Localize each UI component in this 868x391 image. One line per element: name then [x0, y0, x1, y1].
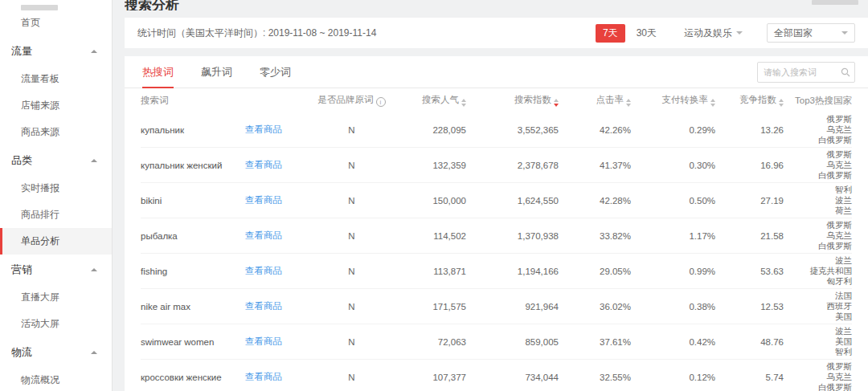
country-label: 荷兰 — [784, 206, 852, 216]
sidebar-section-label: 营销 — [11, 255, 32, 284]
table-row: купальник查看商品N228,0953,552,36542.26%0.29… — [141, 112, 852, 147]
top3-countries: 俄罗斯乌克兰白俄罗斯 — [784, 114, 852, 145]
table-row: кроссовки женские查看商品N107,377734,04432.5… — [141, 359, 852, 391]
sidebar-item[interactable]: 商品来源 — [0, 119, 112, 145]
table-header-row: 搜索词 是否品牌原词i 搜索人气 搜索指数 点击率 支付转换率 — [141, 88, 852, 112]
search-index-value: 921,964 — [466, 302, 559, 312]
view-products-link[interactable]: 查看商品 — [245, 230, 282, 240]
competition-value: 13.26 — [715, 125, 784, 135]
country-label: 乌克兰 — [784, 124, 852, 135]
view-products-link[interactable]: 查看商品 — [245, 301, 282, 311]
country-label: 法国 — [784, 291, 852, 301]
brand-original-flag: N — [313, 337, 390, 347]
country-label: 波兰 — [784, 326, 852, 336]
view-products-link[interactable]: 查看商品 — [245, 266, 282, 275]
top3-countries: 俄罗斯乌克兰白俄罗斯 — [784, 149, 852, 181]
search-popularity-value: 171,575 — [390, 302, 466, 312]
ctr-value: 37.61% — [559, 337, 631, 347]
column-header-cvr[interactable]: 支付转换率 — [631, 94, 715, 107]
range-7d-button[interactable]: 7天 — [596, 24, 625, 43]
sidebar-item[interactable]: 物流概况 — [0, 367, 112, 391]
top3-countries: 波兰美国智利 — [784, 326, 852, 357]
sidebar-item[interactable]: 店铺来源 — [0, 92, 112, 119]
category-dropdown[interactable]: 运动及娱乐 — [684, 26, 743, 40]
column-header-index[interactable]: 搜索指数 — [466, 94, 559, 107]
cvr-value: 0.29% — [631, 125, 715, 135]
sidebar-section-header[interactable]: 品类 — [0, 145, 112, 175]
sidebar-item[interactable]: 直播大屏 — [0, 284, 112, 311]
search-index-value: 859,005 — [466, 337, 559, 347]
table-row: купальник женский查看商品N132,3592,378,67841… — [141, 147, 852, 182]
competition-value: 16.96 — [715, 161, 784, 170]
cvr-value: 0.42% — [631, 337, 715, 347]
sidebar-section-header[interactable]: 营销 — [0, 255, 112, 284]
sidebar-section-header[interactable]: 物流 — [0, 337, 112, 367]
app-window: 首页 流量流量看板店铺来源商品来源品类实时播报商品排行单品分析营销直播大屏活动大… — [0, 0, 868, 391]
sidebar-item[interactable]: 商品排行 — [0, 202, 112, 228]
search-term: купальник женский — [141, 161, 245, 170]
cvr-value: 0.12% — [631, 373, 715, 382]
keyword-search-box — [757, 62, 855, 83]
country-label: 美国 — [784, 312, 852, 322]
tab-hot-keywords[interactable]: 热搜词 — [142, 56, 174, 88]
collapse-caret-icon — [91, 268, 97, 271]
competition-value: 27.19 — [715, 196, 784, 206]
search-popularity-value: 114,502 — [390, 231, 466, 241]
search-icon — [841, 67, 850, 77]
country-dropdown[interactable]: 全部国家 — [767, 23, 855, 43]
ctr-value: 29.05% — [559, 267, 631, 276]
search-index-value: 2,378,678 — [466, 161, 559, 170]
top-right-link-clipped[interactable] — [812, 0, 858, 5]
tab-rising-keywords[interactable]: 飙升词 — [201, 56, 232, 88]
sidebar-item[interactable]: 流量看板 — [0, 66, 112, 92]
country-label: 白俄罗斯 — [784, 170, 852, 181]
table-body: купальник查看商品N228,0953,552,36542.26%0.29… — [141, 112, 852, 391]
brand-original-flag: N — [313, 196, 390, 206]
range-30d-button[interactable]: 30天 — [637, 26, 657, 40]
view-products-link[interactable]: 查看商品 — [245, 124, 282, 134]
tab-bar: 热搜词 飙升词 零少词 — [125, 56, 868, 88]
view-products-link[interactable]: 查看商品 — [245, 160, 282, 169]
filter-controls: 7天 30天 运动及娱乐 全部国家 — [596, 23, 855, 43]
table-row: fishing查看商品N113,8711,194,16629.05%0.99%5… — [141, 253, 852, 288]
competition-value: 53.63 — [715, 267, 784, 276]
sidebar-item-clipped[interactable] — [21, 2, 112, 10]
stat-time-label: 统计时间（美国太平洋时间）: 2019-11-08 ~ 2019-11-14 — [137, 26, 376, 40]
country-label: 乌克兰 — [784, 372, 852, 382]
sidebar-item[interactable]: 单品分析 — [0, 228, 112, 255]
column-header-ctr[interactable]: 点击率 — [559, 94, 631, 107]
view-products-link[interactable]: 查看商品 — [245, 336, 282, 346]
column-header-competition[interactable]: 竞争指数 — [715, 94, 784, 107]
sidebar-item-home[interactable]: 首页 — [0, 10, 112, 36]
keywords-panel: 热搜词 飙升词 零少词 搜索词 是否品牌原词i — [125, 56, 868, 391]
search-term: nike air max — [141, 302, 245, 312]
sidebar-item[interactable]: 活动大屏 — [0, 311, 112, 337]
column-header-term: 搜索词 — [141, 95, 313, 107]
country-label: 俄罗斯 — [784, 220, 852, 230]
country-label: 白俄罗斯 — [784, 382, 852, 391]
cvr-value: 0.30% — [631, 161, 715, 170]
sidebar-item[interactable]: 实时播报 — [0, 175, 112, 202]
table-row: nike air max查看商品N171,575921,96436.02%0.3… — [141, 288, 852, 324]
column-header-brand: 是否品牌原词i — [313, 94, 390, 107]
table-row: bikini查看商品N150,0001,624,55042.28%0.50%27… — [141, 182, 852, 218]
sidebar-section-header[interactable]: 流量 — [0, 36, 112, 66]
search-term: купальник — [141, 125, 245, 135]
search-term: bikini — [141, 196, 245, 206]
country-label: 俄罗斯 — [784, 149, 852, 160]
brand-original-flag: N — [313, 302, 390, 312]
keywords-table: 搜索词 是否品牌原词i 搜索人气 搜索指数 点击率 支付转换率 — [125, 88, 868, 391]
top3-countries: 法国西班牙美国 — [784, 291, 852, 322]
column-header-popularity[interactable]: 搜索人气 — [390, 94, 466, 107]
sidebar-section-label: 品类 — [11, 145, 32, 175]
view-products-link[interactable]: 查看商品 — [245, 195, 282, 205]
filter-bar: 统计时间（美国太平洋时间）: 2019-11-08 ~ 2019-11-14 7… — [125, 18, 868, 48]
collapse-caret-icon — [91, 351, 97, 354]
info-icon[interactable]: i — [376, 97, 386, 107]
tab-zero-keywords[interactable]: 零少词 — [260, 56, 291, 88]
view-products-link[interactable]: 查看商品 — [245, 372, 282, 381]
sidebar-nav: 流量流量看板店铺来源商品来源品类实时播报商品排行单品分析营销直播大屏活动大屏物流… — [0, 36, 112, 391]
ctr-value: 42.28% — [559, 196, 631, 206]
ctr-value: 41.37% — [559, 161, 631, 170]
keyword-search-input[interactable] — [764, 67, 841, 77]
